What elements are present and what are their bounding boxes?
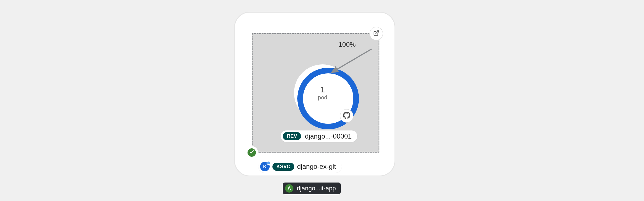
check-icon: [249, 149, 254, 156]
status-indicator: [245, 146, 258, 159]
svg-line-0: [376, 31, 379, 34]
revision-group[interactable]: 1 pod REV django...-00001: [252, 33, 379, 153]
pod-count: 1: [320, 85, 325, 94]
application-icon-letter: A: [288, 186, 291, 191]
traffic-percent-label: 100%: [339, 41, 356, 48]
ksvc-badge: KSVC: [272, 163, 294, 171]
knative-icon: K: [260, 162, 270, 171]
knative-icon-decorator: [267, 161, 270, 165]
knative-service-card[interactable]: 1 pod REV django...-00001: [234, 12, 395, 176]
revision-pill[interactable]: REV django...-00001: [281, 130, 357, 142]
revision-name: django...-00001: [305, 132, 352, 140]
source-github-badge[interactable]: [340, 109, 353, 123]
ksvc-name: django-ex-git: [297, 163, 336, 170]
ksvc-pill[interactable]: K KSVC django-ex-git: [258, 160, 342, 173]
knative-icon-letter: K: [263, 164, 267, 170]
application-pill[interactable]: A django...it-app: [283, 183, 341, 194]
topology-canvas[interactable]: 1 pod REV django...-00001: [0, 0, 644, 201]
revision-badge: REV: [283, 132, 301, 140]
application-icon: A: [285, 184, 293, 193]
application-name: django...it-app: [297, 185, 336, 192]
open-url-button[interactable]: [370, 27, 383, 40]
external-link-icon: [373, 30, 379, 37]
github-icon: [343, 112, 350, 120]
pod-unit-label: pod: [318, 94, 327, 101]
